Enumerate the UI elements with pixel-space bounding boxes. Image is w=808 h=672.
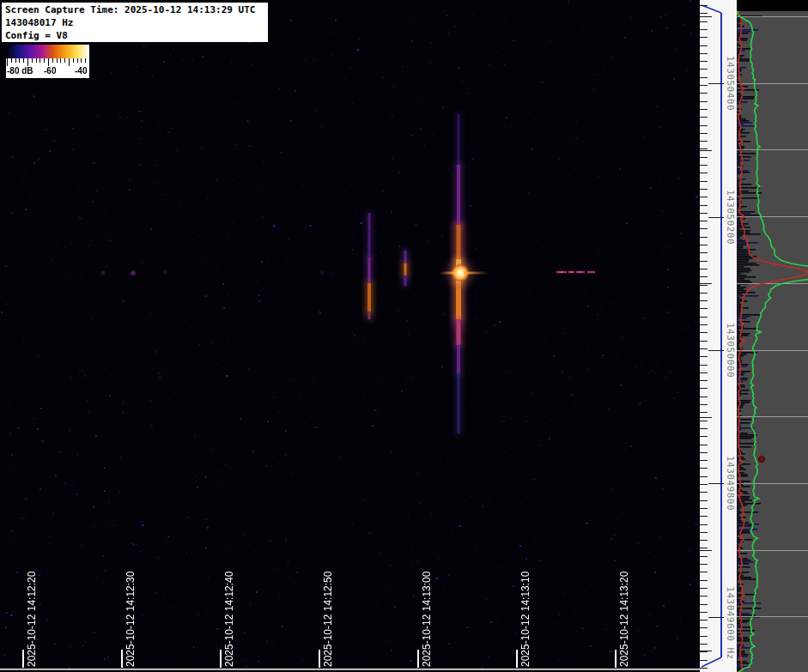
scale-label-max: -40 — [75, 66, 87, 76]
freq-minor-tick — [700, 21, 708, 22]
freq-minor-tick — [700, 468, 708, 469]
freq-minor-tick — [700, 245, 708, 245]
scale-tick — [44, 58, 45, 63]
freq-minor-tick — [700, 421, 708, 421]
time-tick — [516, 650, 518, 668]
freq-minor-tick — [700, 612, 708, 613]
freq-minor-tick — [700, 380, 708, 381]
freq-minor-tick — [700, 308, 708, 309]
freq-minor-tick — [700, 29, 708, 30]
time-tick — [615, 650, 617, 668]
freq-minor-tick — [700, 508, 708, 509]
freq-minor-tick — [700, 564, 708, 565]
freq-minor-tick — [700, 636, 708, 637]
freq-minor-tick — [700, 548, 708, 548]
frequency-axis-label: 143050000 — [725, 323, 736, 378]
freq-medium-tick — [700, 150, 712, 151]
frequency-axis-line — [720, 13, 722, 657]
scale-tick — [15, 58, 16, 63]
scale-tick — [85, 58, 86, 63]
freq-major-tick — [708, 483, 724, 484]
time-axis-label: 2025-10-12 14:12:30 — [125, 572, 137, 667]
scale-tick — [32, 58, 33, 63]
freq-minor-tick — [700, 189, 708, 190]
scale-tick — [73, 58, 74, 63]
scale-tick — [77, 58, 78, 63]
freq-minor-tick — [700, 228, 708, 229]
color-gradient-bar — [6, 45, 89, 58]
freq-minor-tick — [700, 556, 708, 557]
freq-minor-tick — [700, 117, 708, 118]
time-axis-label: 2025-10-12 14:12:40 — [223, 572, 235, 667]
freq-minor-tick — [700, 412, 708, 413]
config-text: Config = V8 — [5, 29, 268, 42]
freq-minor-tick — [700, 13, 708, 14]
scale-tick — [60, 58, 61, 63]
frequency-axis-label: 143050400 — [725, 56, 736, 111]
freq-minor-tick — [700, 197, 708, 197]
freq-minor-tick — [700, 53, 708, 54]
freq-minor-tick — [700, 644, 708, 645]
capture-time-text: Screen Capture Time: 2025-10-12 14:13:29… — [5, 3, 268, 16]
time-tick — [22, 650, 24, 668]
freq-minor-tick — [700, 37, 708, 38]
freq-minor-tick — [700, 109, 708, 110]
freq-minor-tick — [700, 660, 708, 661]
freq-minor-tick — [700, 668, 708, 669]
frequency-axis-label: 143050200 — [725, 190, 736, 245]
freq-medium-tick — [700, 16, 712, 17]
freq-minor-tick — [700, 69, 708, 70]
scale-tick — [27, 58, 28, 66]
freq-minor-tick — [700, 125, 708, 126]
capture-frequency-text: 143048017 Hz — [5, 16, 268, 29]
scale-label-min: -80 dB — [7, 66, 33, 76]
freq-medium-tick — [700, 283, 712, 284]
freq-minor-tick — [700, 181, 708, 182]
freq-minor-tick — [700, 85, 708, 86]
freq-minor-tick — [700, 492, 708, 493]
scale-tick — [48, 58, 49, 66]
freq-minor-tick — [700, 5, 708, 6]
freq-minor-tick — [700, 300, 708, 301]
scale-tick — [19, 58, 20, 63]
freq-minor-tick — [700, 540, 708, 541]
time-axis-label: 2025-10-12 14:13:00 — [421, 572, 433, 667]
frequency-axis-label: 143049800 — [725, 456, 736, 511]
freq-minor-tick — [700, 317, 708, 318]
freq-minor-tick — [700, 237, 708, 238]
freq-minor-tick — [700, 141, 708, 142]
freq-minor-tick — [700, 404, 708, 405]
freq-minor-tick — [700, 388, 708, 389]
intensity-color-scale: -80 dB -60 -40 — [6, 45, 89, 78]
freq-minor-tick — [700, 604, 708, 605]
freq-minor-tick — [700, 436, 708, 437]
scale-label-mid: -60 — [44, 66, 56, 76]
freq-minor-tick — [700, 101, 708, 102]
freq-minor-tick — [700, 165, 708, 166]
freq-minor-tick — [700, 356, 708, 357]
freq-minor-tick — [700, 332, 708, 333]
freq-minor-tick — [700, 500, 708, 501]
freq-minor-tick — [700, 348, 708, 349]
freq-medium-tick — [700, 550, 712, 551]
capture-info-box: Screen Capture Time: 2025-10-12 14:13:29… — [2, 3, 268, 42]
freq-minor-tick — [700, 61, 708, 62]
freq-minor-tick — [700, 397, 708, 397]
freq-minor-tick — [700, 269, 708, 269]
freq-minor-tick — [700, 45, 708, 46]
scale-tick — [11, 58, 12, 63]
scale-tick — [69, 58, 70, 66]
color-scale-ticks — [6, 58, 89, 66]
freq-minor-tick — [700, 93, 708, 94]
freq-minor-tick — [700, 77, 708, 78]
freq-minor-tick — [700, 285, 708, 286]
freq-minor-tick — [700, 651, 708, 652]
color-scale-labels: -80 dB -60 -40 — [6, 66, 89, 78]
scale-tick — [81, 58, 82, 63]
freq-minor-tick — [700, 372, 708, 373]
frequency-axis-label: 143049600 Hz — [725, 586, 736, 659]
scale-tick — [7, 58, 8, 66]
time-axis-label: 2025-10-12 14:12:20 — [26, 572, 38, 667]
time-tick — [319, 650, 320, 668]
freq-major-tick — [708, 350, 724, 351]
